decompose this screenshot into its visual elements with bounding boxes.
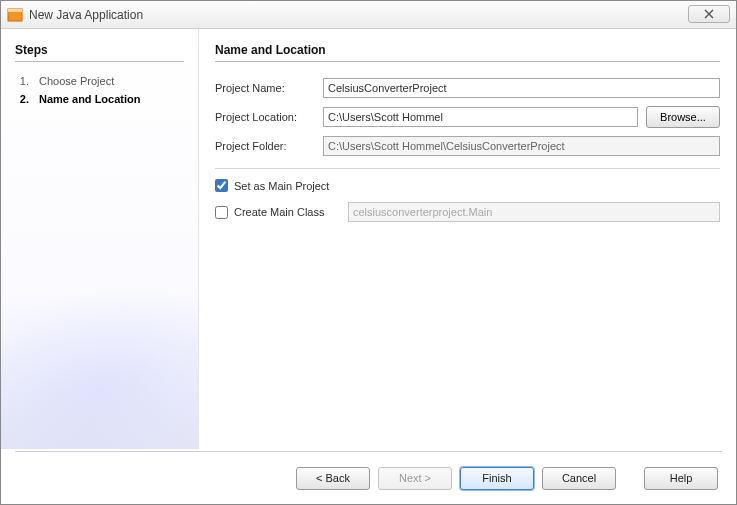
finish-button[interactable]: Finish [460, 467, 534, 490]
project-name-input[interactable] [323, 78, 720, 98]
main-panel: Name and Location Project Name: Project … [199, 29, 736, 449]
set-main-label[interactable]: Set as Main Project [234, 180, 329, 192]
project-folder-label: Project Folder: [215, 140, 315, 152]
close-button[interactable] [688, 5, 730, 23]
create-main-label[interactable]: Create Main Class [234, 206, 342, 218]
main-heading: Name and Location [215, 43, 720, 62]
set-main-checkbox[interactable] [215, 179, 228, 192]
steps-sidebar: Steps 1. Choose Project 2. Name and Loca… [1, 29, 199, 449]
step-1: 1. Choose Project [15, 72, 184, 90]
project-location-row: Project Location: Browse... [215, 106, 720, 128]
back-button[interactable]: < Back [296, 467, 370, 490]
svg-rect-1 [8, 9, 22, 12]
project-location-label: Project Location: [215, 111, 315, 123]
cancel-button[interactable]: Cancel [542, 467, 616, 490]
create-main-row: Create Main Class [215, 202, 720, 222]
app-icon [7, 7, 23, 23]
project-folder-row: Project Folder: [215, 136, 720, 156]
set-main-row: Set as Main Project [215, 179, 720, 192]
button-bar: < Back Next > Finish Cancel Help [1, 452, 736, 504]
divider [215, 168, 720, 169]
project-name-row: Project Name: [215, 78, 720, 98]
help-button[interactable]: Help [644, 467, 718, 490]
project-name-label: Project Name: [215, 82, 315, 94]
browse-button[interactable]: Browse... [646, 106, 720, 128]
project-location-input[interactable] [323, 107, 638, 127]
titlebar: New Java Application [1, 1, 736, 29]
next-button: Next > [378, 467, 452, 490]
step-2: 2. Name and Location [15, 90, 184, 108]
create-main-class-input [348, 202, 720, 222]
create-main-checkbox[interactable] [215, 206, 228, 219]
steps-heading: Steps [15, 43, 184, 62]
project-folder-input [323, 136, 720, 156]
close-icon [703, 9, 715, 19]
window-title: New Java Application [29, 8, 143, 22]
